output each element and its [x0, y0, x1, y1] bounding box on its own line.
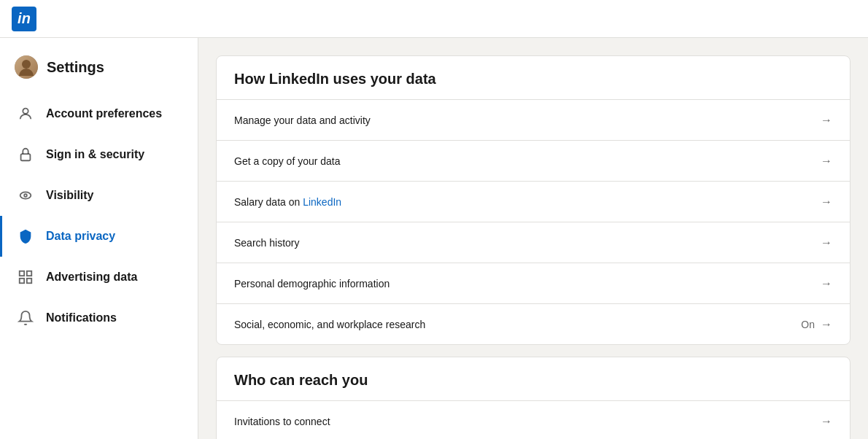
- navbar: in: [0, 0, 868, 38]
- arrow-icon: →: [821, 277, 832, 290]
- item-label-invitations-connect: Invitations to connect: [234, 416, 330, 427]
- item-status-social-research: On: [801, 319, 815, 330]
- person-icon: [17, 105, 34, 123]
- sections-container: How LinkedIn uses your data Manage your …: [216, 55, 850, 439]
- sidebar-item-label: Sign in & security: [46, 147, 144, 163]
- svg-point-0: [23, 109, 28, 114]
- sidebar-item-label: Account preferences: [46, 106, 162, 122]
- content-area: How LinkedIn uses your data Manage your …: [198, 38, 868, 439]
- arrow-icon: →: [821, 318, 832, 331]
- sidebar-item-sign-in-security[interactable]: Sign in & security: [0, 134, 198, 175]
- section-who-can-reach-you: Who can reach you Invitations to connect…: [216, 357, 850, 439]
- section-item-social-research[interactable]: Social, economic, and workplace research…: [217, 303, 850, 344]
- section-item-invitations-connect[interactable]: Invitations to connect →: [217, 400, 850, 439]
- nav-items-list: Account preferences Sign in & security V…: [0, 93, 198, 338]
- main-container: Settings Account preferences Sign in & s…: [0, 38, 868, 439]
- sidebar-item-visibility[interactable]: Visibility: [0, 175, 198, 216]
- eye-icon: [17, 187, 34, 204]
- section-item-copy-data[interactable]: Get a copy of your data →: [217, 140, 850, 181]
- svg-rect-5: [27, 271, 31, 276]
- item-label-copy-data: Get a copy of your data: [234, 155, 341, 167]
- item-label-demographic-info: Personal demographic information: [234, 278, 390, 290]
- section-item-demographic-info[interactable]: Personal demographic information →: [217, 263, 850, 303]
- svg-rect-1: [21, 154, 31, 160]
- arrow-icon: →: [821, 195, 832, 209]
- avatar: [15, 55, 38, 79]
- svg-rect-4: [20, 271, 24, 276]
- svg-rect-6: [20, 279, 24, 283]
- svg-point-2: [20, 192, 31, 198]
- sidebar-item-data-privacy[interactable]: Data privacy: [0, 216, 198, 257]
- item-label-search-history: Search history: [234, 237, 299, 249]
- section-title-how-linkedin-uses-data: How LinkedIn uses your data: [217, 56, 850, 99]
- section-item-manage-data[interactable]: Manage your data and activity →: [217, 99, 850, 140]
- settings-header: Settings: [0, 50, 198, 93]
- svg-rect-7: [27, 279, 31, 283]
- section-item-salary-data[interactable]: Salary data on LinkedIn →: [217, 181, 850, 222]
- svg-point-3: [24, 194, 27, 197]
- avatar-image: [15, 55, 38, 79]
- sidebar: Settings Account preferences Sign in & s…: [0, 38, 198, 439]
- arrow-icon: →: [821, 114, 832, 127]
- sidebar-item-label: Visibility: [46, 188, 94, 203]
- settings-title: Settings: [47, 59, 104, 76]
- sidebar-item-account-preferences[interactable]: Account preferences: [0, 93, 198, 134]
- sidebar-item-notifications[interactable]: Notifications: [0, 298, 198, 338]
- linkedin-link: LinkedIn: [303, 196, 341, 208]
- bell-icon: [17, 309, 34, 327]
- grid-icon: [17, 268, 34, 286]
- item-label-salary-data: Salary data on LinkedIn: [234, 196, 341, 208]
- section-how-linkedin-uses-data: How LinkedIn uses your data Manage your …: [216, 55, 850, 345]
- item-label-social-research: Social, economic, and workplace research: [234, 319, 425, 330]
- lock-icon: [17, 146, 34, 163]
- sidebar-item-label: Advertising data: [46, 270, 137, 285]
- sidebar-item-advertising-data[interactable]: Advertising data: [0, 257, 198, 298]
- item-label-manage-data: Manage your data and activity: [234, 114, 371, 126]
- arrow-icon: →: [821, 155, 832, 168]
- shield-icon: [17, 228, 34, 245]
- sidebar-item-label: Notifications: [46, 311, 117, 326]
- section-item-search-history[interactable]: Search history →: [217, 222, 850, 263]
- sidebar-item-label: Data privacy: [46, 229, 115, 244]
- arrow-icon: →: [821, 415, 832, 428]
- linkedin-logo[interactable]: in: [12, 7, 36, 31]
- arrow-icon: →: [821, 236, 832, 249]
- section-title-who-can-reach-you: Who can reach you: [217, 357, 850, 400]
